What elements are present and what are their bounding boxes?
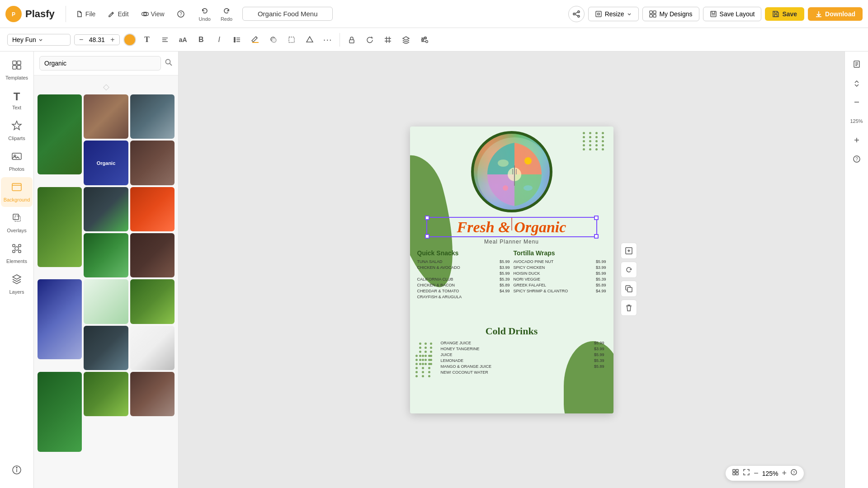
- more-button[interactable]: ···: [321, 33, 335, 47]
- design-name-input[interactable]: [242, 7, 333, 21]
- svg-rect-50: [13, 214, 19, 220]
- sidebar-item-elements[interactable]: Elements: [1, 239, 33, 268]
- stroke-button[interactable]: [284, 33, 299, 47]
- list-item[interactable]: [84, 233, 128, 277]
- undo-button[interactable]: Undo: [194, 5, 215, 23]
- info-button[interactable]: [1, 460, 33, 483]
- list-item[interactable]: [84, 94, 128, 139]
- copy-button[interactable]: [621, 281, 637, 297]
- text-size-button[interactable]: aA: [176, 33, 190, 47]
- decrease-font-size[interactable]: −: [77, 36, 85, 44]
- cliparts-label: Cliparts: [8, 136, 25, 141]
- list-button[interactable]: [230, 33, 245, 47]
- search-input[interactable]: [39, 56, 161, 70]
- svg-rect-78: [733, 473, 735, 475]
- list-item[interactable]: [130, 326, 175, 370]
- rotate-button[interactable]: [363, 33, 377, 47]
- text-color-picker[interactable]: [123, 33, 136, 46]
- refresh-button[interactable]: [621, 262, 637, 278]
- increase-font-size[interactable]: +: [108, 36, 116, 44]
- svg-rect-55: [13, 250, 15, 253]
- edit-menu[interactable]: Edit: [104, 8, 133, 20]
- list-item[interactable]: [38, 187, 82, 267]
- view-menu[interactable]: View: [137, 8, 169, 20]
- list-item[interactable]: [84, 187, 128, 231]
- list-item[interactable]: [130, 372, 175, 416]
- help-zoom-button[interactable]: ?: [790, 469, 797, 478]
- font-size-control: − 48.31 +: [74, 34, 120, 45]
- save-button[interactable]: Save: [765, 7, 804, 21]
- layers-button[interactable]: [399, 33, 413, 47]
- logo[interactable]: P Plasfy: [5, 6, 55, 22]
- sidebar-item-overlays[interactable]: Overlays: [1, 208, 33, 238]
- sidebar-item-photos[interactable]: Photos: [1, 146, 33, 176]
- redo-button[interactable]: Redo: [216, 5, 237, 23]
- list-item[interactable]: [38, 279, 82, 359]
- cold-drinks-section: Cold Drinks ORANGE JUICE$5.99: [410, 325, 613, 376]
- list-item[interactable]: [130, 187, 175, 231]
- list-item[interactable]: Organic: [84, 141, 128, 185]
- item-price: $3.99: [596, 265, 606, 270]
- list-item[interactable]: [130, 233, 175, 277]
- search-button[interactable]: [165, 58, 173, 69]
- design-canvas[interactable]: Fresh & Organic Meal Planner Menu Quick …: [410, 127, 613, 413]
- panel-page-btn[interactable]: [849, 56, 865, 72]
- menu-item: SPICY CHICKEN$3.99: [514, 265, 606, 270]
- menu-item: CHICKEN & AVOCADO$3.99: [417, 265, 510, 270]
- lock-button[interactable]: [344, 33, 359, 47]
- canvas-area[interactable]: Fresh & Organic Meal Planner Menu Quick …: [179, 52, 844, 488]
- italic-button[interactable]: I: [212, 33, 226, 47]
- bold-button[interactable]: B: [194, 33, 208, 47]
- list-item[interactable]: [38, 94, 82, 174]
- list-item[interactable]: [84, 326, 128, 370]
- list-item[interactable]: [84, 372, 128, 416]
- sidebar-item-text[interactable]: T Text: [1, 86, 33, 115]
- item-name: CHICKEN & AVOCADO: [417, 265, 460, 270]
- fill-button[interactable]: [302, 33, 317, 47]
- font-selector[interactable]: Hey Fun: [7, 34, 71, 46]
- zoom-out-button[interactable]: −: [754, 469, 759, 478]
- title-container[interactable]: Fresh & Organic: [428, 219, 595, 235]
- text-tool-button[interactable]: 𝐓: [140, 33, 154, 47]
- my-designs-button[interactable]: My Designs: [642, 7, 699, 21]
- svg-point-41: [425, 40, 428, 42]
- list-item[interactable]: [130, 94, 175, 139]
- svg-rect-45: [17, 66, 21, 69]
- delete-button[interactable]: [621, 300, 637, 316]
- save-layout-button[interactable]: Save Layout: [703, 7, 762, 21]
- item-price: $5.99: [596, 271, 606, 276]
- svg-rect-16: [711, 11, 716, 17]
- svg-rect-77: [736, 469, 738, 472]
- panel-minus-btn[interactable]: [849, 94, 865, 110]
- panel-plus-btn[interactable]: [849, 132, 865, 148]
- share-button[interactable]: [568, 6, 585, 22]
- add-page-button[interactable]: [621, 243, 637, 259]
- sidebar-item-layers[interactable]: Layers: [1, 269, 33, 299]
- svg-line-10: [575, 14, 578, 16]
- sidebar-item-background[interactable]: Background: [1, 177, 33, 207]
- list-item[interactable]: [84, 279, 128, 324]
- shadow-button[interactable]: [266, 33, 281, 47]
- svg-rect-79: [736, 473, 738, 475]
- panel-question-btn[interactable]: ?: [849, 151, 865, 167]
- list-item[interactable]: [130, 279, 175, 324]
- help-button[interactable]: ?: [173, 8, 189, 20]
- align-button[interactable]: [158, 33, 172, 47]
- grid-button[interactable]: [381, 33, 395, 47]
- resize-button[interactable]: Resize: [588, 7, 639, 21]
- item-name: CALIFORNIA CLUB: [417, 277, 453, 282]
- panel-expand-btn[interactable]: [849, 75, 865, 91]
- file-menu[interactable]: File: [71, 8, 100, 20]
- zoom-in-button[interactable]: +: [782, 469, 787, 478]
- full-screen-button[interactable]: [732, 469, 739, 478]
- download-button[interactable]: Download: [808, 7, 863, 21]
- sidebar-item-templates[interactable]: Templates: [1, 55, 33, 85]
- list-item[interactable]: [130, 141, 175, 185]
- item-price: $5.39: [500, 277, 510, 282]
- properties-button[interactable]: [417, 33, 431, 47]
- text-highlight-button[interactable]: [248, 33, 263, 47]
- list-item[interactable]: [38, 372, 82, 452]
- fit-page-button[interactable]: [743, 469, 750, 478]
- food-image[interactable]: [471, 131, 552, 212]
- sidebar-item-cliparts[interactable]: Cliparts: [1, 116, 33, 145]
